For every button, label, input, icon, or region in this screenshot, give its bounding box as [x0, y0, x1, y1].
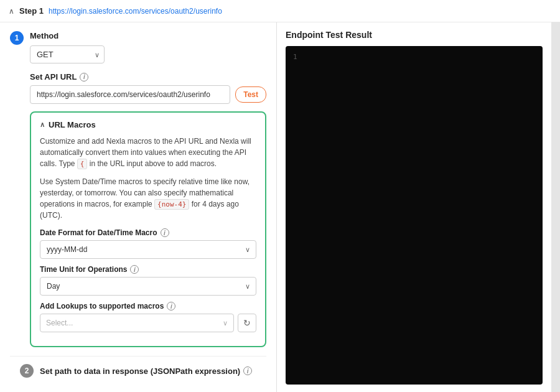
lookups-select-wrapper: ∨ Select... [40, 314, 234, 332]
date-format-group: Date Format for Date/Time Macro i yyyy-M… [40, 228, 256, 259]
time-unit-select[interactable]: Day Hour Minute Month [40, 277, 256, 296]
time-unit-info-icon[interactable]: i [130, 265, 139, 274]
step2-circle: 2 [20, 364, 34, 378]
lookups-label: Add Lookups to supported macros i [40, 302, 256, 310]
left-panel: 1 Method GET POST PUT DELETE PATCH ∨ [0, 22, 277, 392]
endpoint-test-title: Endpoint Test Result [286, 30, 543, 40]
step1-circle: 1 [10, 31, 24, 45]
api-url-label: Set API URL i [30, 72, 266, 82]
lookups-select[interactable] [40, 314, 234, 332]
line-number-1: 1 [293, 53, 297, 61]
method-select-wrapper: GET POST PUT DELETE PATCH ∨ [30, 45, 105, 63]
url-macros-header[interactable]: ∧ URL Macros [40, 120, 256, 129]
step2-info-icon[interactable]: i [243, 366, 252, 375]
lookups-row: ∨ Select... ↻ [40, 314, 256, 332]
code-output-area: 1 [286, 46, 543, 385]
step1-label: Step 1 [19, 6, 44, 16]
method-select[interactable]: GET POST PUT DELETE PATCH [30, 45, 105, 63]
url-macros-box: ∧ URL Macros Customize and add Nexla mac… [30, 111, 266, 347]
lookups-group: Add Lookups to supported macros i ∨ Sele… [40, 302, 256, 332]
step1-url-link[interactable]: https://login.salesforce.com/services/oa… [49, 7, 222, 16]
scrollbar[interactable] [551, 22, 560, 392]
macros-chevron-icon: ∧ [40, 121, 45, 129]
time-unit-select-wrapper: Day Hour Minute Month ∨ [40, 277, 256, 296]
step2-label: Set path to data in response (JSONPath e… [40, 366, 252, 376]
refresh-button[interactable]: ↻ [238, 314, 256, 332]
method-label: Method [30, 31, 266, 40]
api-url-section: Set API URL i Test [30, 72, 266, 104]
step2-row: 2 Set path to data in response (JSONPath… [10, 356, 266, 385]
macros-description-1: Customize and add Nexla macros to the AP… [40, 136, 256, 170]
time-unit-group: Time Unit for Operations i Day Hour Minu… [40, 265, 256, 296]
step1-header: ∧ Step 1 https://login.salesforce.com/se… [0, 0, 560, 22]
now-minus4-code: {now-4} [154, 199, 189, 210]
test-button[interactable]: Test [235, 86, 266, 103]
date-format-info-icon[interactable]: i [161, 228, 169, 237]
date-format-select-wrapper: yyyy-MM-dd MM/dd/yyyy dd-MM-yyyy ∨ [40, 240, 256, 259]
step1-collapse-icon[interactable]: ∧ [9, 7, 14, 16]
api-url-info-icon[interactable]: i [80, 73, 88, 82]
lookups-info-icon[interactable]: i [167, 302, 175, 310]
refresh-icon: ↻ [243, 318, 251, 328]
date-format-select[interactable]: yyyy-MM-dd MM/dd/yyyy dd-MM-yyyy [40, 240, 256, 259]
time-unit-label: Time Unit for Operations i [40, 265, 256, 274]
open-brace-code: { [77, 159, 88, 169]
right-panel: Endpoint Test Result 1 [277, 22, 551, 392]
url-macros-title: URL Macros [49, 120, 96, 129]
url-input-row: Test [30, 85, 266, 104]
api-url-input[interactable] [30, 85, 230, 104]
date-format-label: Date Format for Date/Time Macro i [40, 228, 256, 237]
macros-description-2: Use System Date/Time macros to specify r… [40, 176, 256, 222]
